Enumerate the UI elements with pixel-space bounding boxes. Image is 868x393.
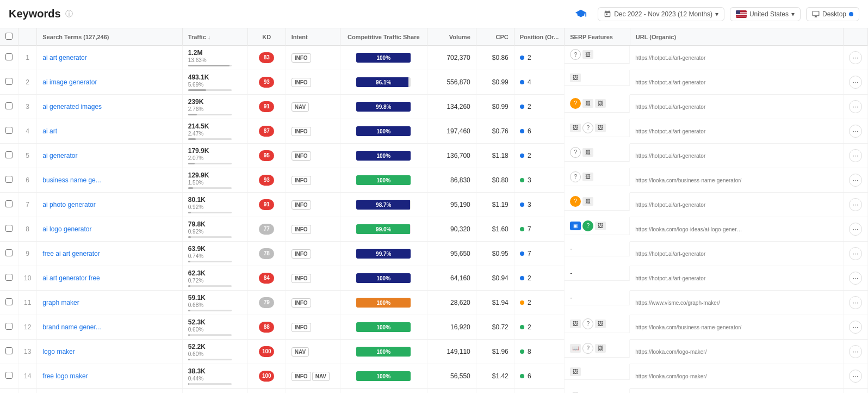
row-number: 1 (18, 46, 37, 70)
more-options-button[interactable]: ··· (849, 247, 862, 260)
cts-label: 100% (376, 151, 390, 161)
actions-cell: ··· (844, 364, 868, 389)
kd-header[interactable]: KD (247, 28, 286, 46)
cts-bar: 96.1% (356, 77, 411, 87)
row-checkbox[interactable] (5, 151, 13, 158)
keyword-link[interactable]: free logo maker (42, 372, 88, 380)
more-options-button[interactable]: ··· (849, 198, 862, 211)
traffic-header[interactable]: Traffic ↓ (182, 28, 247, 46)
traffic-container: 80.1K 0.92% (188, 196, 242, 213)
traffic-mini-bar (188, 236, 232, 238)
url-cell: https://hotpot.ai/art-generator (630, 144, 843, 168)
keyword-link[interactable]: ai art (42, 127, 57, 135)
date-range-button[interactable]: Dec 2022 - Nov 2023 (12 Months) ▾ (598, 7, 724, 21)
search-terms-header[interactable]: Search Terms (127,246) (37, 28, 182, 46)
keyword-link[interactable]: ai generator (42, 152, 77, 159)
keyword-link[interactable]: ai art generator (42, 54, 86, 62)
keyword-link[interactable]: ai image generator (42, 78, 97, 86)
cts-header[interactable]: Competitive Traffic Share (340, 28, 427, 46)
intent-badge: INFO (292, 323, 311, 332)
row-checkbox[interactable] (5, 323, 13, 330)
keyword-link[interactable]: ai art generator free (42, 274, 100, 282)
keyword-link[interactable]: logo maker (42, 348, 75, 355)
cts-bar: 100% (356, 371, 411, 381)
keywords-table: Search Terms (127,246) Traffic ↓ KD Inte… (0, 28, 868, 393)
more-options-button[interactable]: ··· (849, 370, 862, 383)
tutorial-button[interactable] (569, 5, 592, 23)
traffic-mini-bar (188, 114, 232, 115)
serp-cell: - (565, 266, 630, 281)
row-checkbox[interactable] (5, 78, 13, 85)
more-options-button[interactable]: ··· (849, 223, 862, 236)
intent-header[interactable]: Intent (286, 28, 340, 46)
traffic-value: 239K (188, 98, 242, 106)
more-options-button[interactable]: ··· (849, 76, 862, 89)
keyword-link[interactable]: ai generated images (42, 103, 102, 110)
row-checkbox[interactable] (5, 225, 13, 232)
position-value: 4 (528, 78, 531, 86)
device-selector[interactable]: Desktop (806, 7, 859, 21)
country-selector[interactable]: United States ▾ (730, 7, 801, 21)
keyword-link[interactable]: ai logo generator (42, 225, 91, 233)
keyword-link[interactable]: graph maker (42, 299, 79, 306)
actions-cell: ··· (844, 291, 868, 315)
keyword-cell: logo maker (37, 340, 182, 364)
keyword-cell: brand name gener... (37, 315, 182, 340)
row-checkbox[interactable] (5, 176, 13, 183)
traffic-container: 38.3K 0.44% (188, 367, 242, 385)
keyword-link[interactable]: brand name gener... (42, 323, 101, 331)
traffic-value: 38.3K (188, 367, 242, 375)
cts-cell: 100% (340, 291, 427, 315)
serp-question-icon: ? (582, 318, 593, 329)
intent-badge: INFO (292, 53, 311, 63)
volume-header[interactable]: Volume (427, 28, 476, 46)
row-checkbox[interactable] (5, 249, 13, 256)
cpc-cell: $1.19 (476, 193, 514, 217)
position-header[interactable]: Position (Or... (514, 28, 565, 46)
more-options-button[interactable]: ··· (849, 174, 862, 187)
traffic-mini-bar-fill (188, 163, 195, 164)
keyword-link[interactable]: free ai art generator (42, 250, 100, 257)
cts-bar: 99.7% (356, 249, 411, 259)
more-options-button[interactable]: ··· (849, 296, 862, 309)
table-row: 12 brand name gener... 52.3K 0.60% 88 IN… (0, 315, 868, 340)
kd-badge: 93 (259, 77, 274, 88)
select-all-checkbox[interactable] (5, 33, 13, 40)
row-checkbox[interactable] (5, 372, 13, 379)
serp-cell: ?🖼 (565, 144, 630, 162)
table-row: 3 ai generated images 239K 2.76% 91 NAV … (0, 95, 868, 119)
serp-cell: 🖼 (565, 364, 630, 380)
more-options-button[interactable]: ··· (849, 149, 862, 162)
row-checkbox[interactable] (5, 200, 13, 207)
traffic-value: 59.1K (188, 294, 242, 302)
traffic-container: 52.2K 0.60% (188, 343, 242, 360)
more-options-button[interactable]: ··· (849, 272, 862, 285)
keyword-link[interactable]: business name ge... (42, 176, 101, 184)
more-options-button[interactable]: ··· (849, 51, 862, 64)
cts-bar: 100% (356, 151, 411, 161)
row-checkbox[interactable] (5, 127, 13, 134)
more-options-button[interactable]: ··· (849, 345, 862, 358)
traffic-value: 179.9K (188, 147, 242, 155)
actions-cell: ··· (844, 193, 868, 217)
more-options-button[interactable]: ··· (849, 125, 862, 138)
row-checkbox[interactable] (5, 102, 13, 109)
kd-badge: 77 (259, 224, 274, 235)
position-cell: 2 (514, 95, 565, 119)
more-options-button[interactable]: ··· (849, 321, 862, 334)
intent-cell: INFO (286, 70, 340, 95)
row-checkbox[interactable] (5, 347, 13, 354)
more-options-button[interactable]: ··· (849, 100, 862, 113)
row-checkbox[interactable] (5, 53, 13, 60)
cpc-header[interactable]: CPC (476, 28, 514, 46)
row-checkbox[interactable] (5, 298, 13, 305)
row-number: 3 (18, 95, 37, 119)
select-all-header (0, 28, 18, 46)
actions-cell: ··· (844, 46, 868, 70)
position-cell: 2 (514, 315, 565, 340)
position-dot (520, 251, 524, 256)
traffic-mini-bar-fill (188, 89, 207, 91)
row-checkbox[interactable] (5, 274, 13, 281)
cts-cell: 100% (340, 119, 427, 144)
keyword-link[interactable]: ai photo generator (42, 201, 95, 208)
